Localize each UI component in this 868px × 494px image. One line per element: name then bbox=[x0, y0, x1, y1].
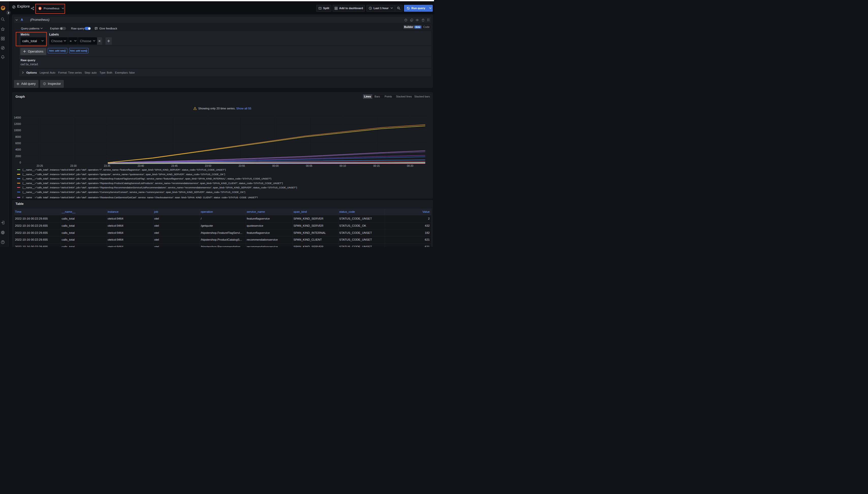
svg-text:10000: 10000 bbox=[14, 129, 21, 132]
svg-text:8000: 8000 bbox=[15, 136, 21, 138]
svg-text:0: 0 bbox=[19, 161, 21, 164]
svg-text:23:40: 23:40 bbox=[138, 165, 144, 167]
svg-text:14000: 14000 bbox=[14, 116, 21, 119]
svg-text:6000: 6000 bbox=[15, 142, 21, 145]
svg-text:00:20: 00:20 bbox=[407, 165, 413, 167]
svg-text:00:05: 00:05 bbox=[306, 165, 312, 167]
svg-text:00:00: 00:00 bbox=[272, 165, 278, 167]
svg-text:23:35: 23:35 bbox=[104, 165, 110, 167]
svg-text:23:50: 23:50 bbox=[205, 165, 211, 167]
svg-text:2000: 2000 bbox=[15, 155, 21, 158]
svg-text:23:30: 23:30 bbox=[70, 165, 76, 167]
svg-text:12000: 12000 bbox=[14, 122, 21, 126]
svg-text:23:25: 23:25 bbox=[36, 165, 43, 167]
svg-text:4000: 4000 bbox=[15, 148, 21, 151]
svg-text:23:45: 23:45 bbox=[171, 165, 177, 167]
svg-text:00:10: 00:10 bbox=[340, 165, 346, 167]
svg-text:00:15: 00:15 bbox=[373, 165, 379, 167]
svg-text:23:55: 23:55 bbox=[238, 165, 245, 167]
